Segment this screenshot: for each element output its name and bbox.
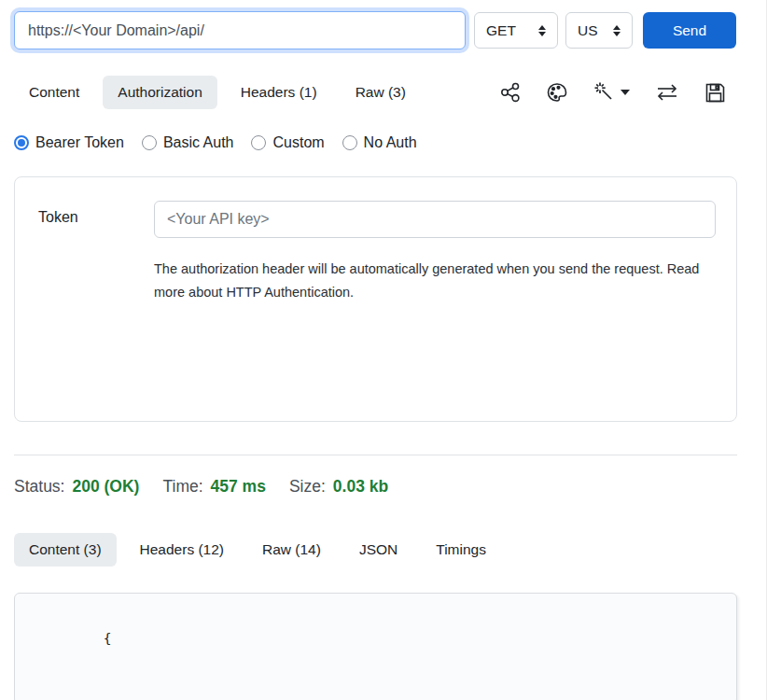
- request-tabs: Content Authorization Headers (1) Raw (3…: [14, 76, 429, 109]
- magic-wand-icon: [593, 81, 616, 104]
- save-button[interactable]: [704, 82, 726, 104]
- select-arrows-icon: [538, 25, 546, 36]
- swap-arrows-icon: [655, 82, 679, 103]
- json-line: "message": "API running.": [38, 673, 736, 700]
- radio-label: Basic Auth: [163, 134, 234, 151]
- url-input[interactable]: [14, 11, 466, 49]
- resp-tab-raw[interactable]: Raw (14): [247, 533, 336, 567]
- generate-code-button[interactable]: [593, 81, 630, 104]
- radio-custom[interactable]: Custom: [251, 134, 324, 151]
- share-icon: [500, 82, 521, 103]
- theme-button[interactable]: [546, 81, 568, 104]
- share-button[interactable]: [500, 82, 521, 103]
- request-tabs-row: Content Authorization Headers (1) Raw (3…: [14, 76, 737, 109]
- request-toolbar: [500, 81, 737, 104]
- token-input[interactable]: [154, 201, 716, 238]
- resp-tab-timings[interactable]: Timings: [421, 533, 501, 567]
- size-label: Size:: [289, 477, 326, 497]
- radio-unselected-icon: [251, 135, 266, 150]
- radio-basic-auth[interactable]: Basic Auth: [142, 134, 234, 151]
- radio-no-auth[interactable]: No Auth: [342, 134, 417, 151]
- region-select-value: US: [578, 22, 598, 39]
- page-edge-divider: [766, 0, 767, 700]
- response-status-row: Status: 200 (OK) Time: 457 ms Size: 0.03…: [14, 477, 737, 497]
- palette-icon: [546, 81, 568, 104]
- radio-label: No Auth: [364, 134, 417, 151]
- radio-label: Bearer Token: [35, 134, 124, 151]
- size-value: 0.03 kb: [333, 477, 388, 497]
- resp-tab-json[interactable]: JSON: [344, 533, 412, 567]
- region-select[interactable]: US: [565, 12, 633, 49]
- radio-selected-icon: [14, 135, 29, 150]
- tab-raw[interactable]: Raw (3): [341, 76, 421, 109]
- token-help-text: The authorization header will be automat…: [154, 258, 709, 304]
- tab-authorization[interactable]: Authorization: [103, 76, 216, 109]
- radio-unselected-icon: [342, 135, 357, 150]
- radio-label: Custom: [272, 134, 324, 151]
- time-value: 457 ms: [211, 477, 266, 497]
- api-tester-page: GET US Send Content Authorization Header…: [0, 0, 781, 700]
- resp-tab-content[interactable]: Content (3): [14, 533, 117, 567]
- send-button[interactable]: Send: [643, 12, 736, 49]
- time-label: Time:: [162, 477, 202, 497]
- method-select[interactable]: GET: [474, 12, 558, 49]
- select-arrows-icon: [613, 25, 621, 36]
- tab-headers[interactable]: Headers (1): [226, 76, 332, 109]
- status-label: Status:: [14, 477, 64, 497]
- token-panel: Token The authorization header will be a…: [14, 176, 737, 422]
- tab-content[interactable]: Content: [14, 76, 94, 109]
- response-tabs: Content (3) Headers (12) Raw (14) JSON T…: [14, 533, 737, 567]
- save-icon: [704, 82, 726, 104]
- json-line: {: [38, 604, 736, 673]
- radio-unselected-icon: [142, 135, 157, 150]
- radio-bearer-token[interactable]: Bearer Token: [14, 134, 124, 151]
- token-label: Token: [38, 201, 154, 304]
- chevron-down-icon: [621, 90, 630, 95]
- auth-options-row: Bearer Token Basic Auth Custom No Auth: [14, 134, 737, 151]
- swap-request-button[interactable]: [655, 82, 679, 103]
- section-divider: [14, 455, 737, 455]
- status-value: 200 (OK): [72, 477, 139, 497]
- method-select-value: GET: [486, 22, 516, 39]
- response-body: { "message": "API running." }: [14, 593, 737, 700]
- request-url-row: GET US Send: [14, 11, 737, 49]
- content-column: GET US Send Content Authorization Header…: [14, 0, 737, 700]
- resp-tab-headers[interactable]: Headers (12): [125, 533, 239, 567]
